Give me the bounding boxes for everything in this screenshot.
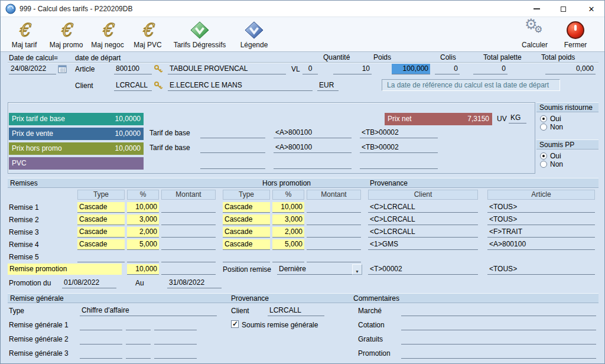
rg3-field[interactable]	[80, 348, 122, 359]
calendar-button[interactable]	[58, 64, 67, 76]
remise-article-field[interactable]: <TOUS>	[487, 202, 595, 213]
rg1-field[interactable]	[80, 320, 122, 330]
remise-hp-pct-field[interactable]: 2,000	[272, 227, 304, 238]
ristourne-non-radio[interactable]	[540, 124, 547, 131]
remise-type-field[interactable]	[77, 252, 125, 262]
remise-type-field[interactable]: Cascade	[77, 214, 125, 225]
client-code-field[interactable]: LCRCALL	[114, 80, 152, 91]
maj-pvc-button[interactable]: Maj PVC	[129, 18, 166, 51]
remise-montant-field[interactable]	[161, 202, 216, 213]
rg2-field[interactable]	[80, 334, 122, 344]
remise-hp-type-field[interactable]: Cascade	[223, 202, 270, 213]
remise-client-field[interactable]: <C>LCRCALL	[368, 227, 478, 238]
position-remise-combo[interactable]: Dernière	[277, 264, 362, 275]
remise-montant-field[interactable]	[161, 239, 216, 250]
article-name-field[interactable]: TABOULE PROVENCAL	[168, 64, 286, 74]
maximize-button[interactable]	[550, 1, 576, 17]
promotion-du-field[interactable]: 01/08/2022	[62, 278, 116, 288]
remise-montant-field[interactable]	[161, 214, 216, 225]
rg-promotion-field[interactable]	[401, 348, 596, 359]
remise-hp-pct-field[interactable]: 3,000	[272, 214, 304, 225]
rg2-field[interactable]	[154, 334, 197, 344]
remise-client-field[interactable]: <C>LCRCALL	[368, 202, 478, 213]
rg3-field[interactable]	[154, 348, 197, 359]
tarif-article-field[interactable]: <A>800100	[274, 142, 352, 153]
client-lookup-button[interactable]	[154, 81, 163, 93]
vl-field[interactable]: 0	[302, 64, 318, 74]
article-lookup-button[interactable]	[154, 64, 163, 76]
remise-client-field[interactable]: <1>GMS	[368, 239, 478, 250]
date-calcul-field[interactable]: 24/08/2022	[9, 64, 56, 74]
maj-negoc-button[interactable]: Maj negoc	[88, 18, 127, 51]
remise-hp-type-field[interactable]	[223, 252, 270, 262]
remise-hp-pct-field[interactable]: 5,000	[272, 239, 304, 250]
remise-article-field[interactable]: <A>800100	[487, 239, 595, 250]
remise-pct-field[interactable]	[127, 252, 159, 262]
rg-type-field[interactable]: Chiffre d'affaire	[80, 306, 217, 316]
tarif-tb-field[interactable]: <TB>00002	[360, 142, 438, 153]
legende-button[interactable]: Légende	[236, 18, 272, 51]
gratuits-field[interactable]	[401, 334, 596, 344]
remise-hp-pct-field[interactable]: 10,000	[272, 202, 304, 213]
remise-montant-field[interactable]	[161, 227, 216, 238]
maj-tarif-button[interactable]: Maj tarif	[5, 18, 43, 51]
rg1-field[interactable]	[126, 320, 151, 330]
colis-field[interactable]: 0	[435, 64, 460, 74]
maj-promo-button[interactable]: Maj promo	[47, 18, 86, 51]
total-palette-field[interactable]: 0	[473, 64, 508, 74]
pp-non-radio[interactable]	[540, 161, 547, 168]
tarif-article-field[interactable]	[274, 158, 352, 169]
remise-hp-pct-field[interactable]	[272, 252, 304, 262]
remise-article-field[interactable]: <TOUS>	[487, 214, 595, 225]
article-code-field[interactable]: 800100	[114, 64, 152, 74]
client-name-field[interactable]: E.LECLERC LE MANS	[168, 80, 313, 91]
tarif-base-field[interactable]	[200, 142, 265, 153]
combo-dropdown-arrow-icon[interactable]	[352, 264, 362, 275]
remise-hp-montant-field[interactable]	[307, 252, 361, 262]
remise-promotion-montant-field[interactable]	[161, 264, 216, 275]
remise-client-field[interactable]: <C>LCRCALL	[368, 214, 478, 225]
cotation-field[interactable]	[401, 320, 596, 330]
rg-client-field[interactable]: LCRCALL	[268, 306, 324, 316]
remise-pct-field[interactable]: 3,000	[127, 214, 159, 225]
remise-montant-field[interactable]	[161, 252, 216, 262]
tarif-base-field[interactable]	[200, 158, 265, 169]
remise-article-field[interactable]: <F>TRAIT	[487, 227, 595, 238]
remise-hp-montant-field[interactable]	[307, 239, 361, 250]
remise-hp-montant-field[interactable]	[307, 227, 361, 238]
total-poids-field[interactable]: 0,000	[545, 64, 596, 74]
remise-hp-type-field[interactable]: Cascade	[223, 227, 270, 238]
minimize-button[interactable]	[523, 1, 549, 17]
remise-hp-montant-field[interactable]	[307, 202, 361, 213]
soumis-remise-generale-checkbox[interactable]	[231, 320, 239, 328]
remise-hp-montant-field[interactable]	[307, 214, 361, 225]
rg1-field[interactable]	[154, 320, 197, 330]
tarif-tb-field[interactable]	[360, 158, 438, 169]
marche-field[interactable]	[401, 306, 596, 316]
tarif-tb-field[interactable]: <TB>00002	[360, 128, 438, 138]
promotion-au-field[interactable]: 31/08/2022	[167, 278, 222, 288]
quantite-field[interactable]: 10	[333, 64, 372, 74]
remise-type-field[interactable]: Cascade	[77, 227, 125, 238]
tarifs-degressifs-button[interactable]: Tarifs Dégressifs	[171, 18, 229, 51]
ristourne-oui-radio[interactable]	[540, 115, 547, 122]
promo-client-field[interactable]: <T>00002	[368, 264, 478, 275]
tarif-base-field[interactable]	[200, 128, 265, 138]
rg3-field[interactable]	[126, 348, 151, 359]
remise-type-field[interactable]: Cascade	[77, 202, 125, 213]
poids-field[interactable]: 100,000	[392, 64, 430, 74]
remise-pct-field[interactable]: 5,000	[127, 239, 159, 250]
promo-article-field[interactable]: <TOUS>	[487, 264, 595, 275]
fermer-button[interactable]: Fermer	[558, 18, 593, 51]
remise-hp-type-field[interactable]: Cascade	[223, 239, 270, 250]
remise-pct-field[interactable]: 10,000	[127, 202, 159, 213]
remise-pct-field[interactable]: 2,000	[127, 227, 159, 238]
tarif-article-field[interactable]: <A>800100	[274, 128, 352, 138]
pp-oui-radio[interactable]	[540, 152, 547, 160]
close-button[interactable]	[578, 1, 604, 17]
remise-hp-type-field[interactable]: Cascade	[223, 214, 270, 225]
remise-type-field[interactable]: Cascade	[77, 239, 125, 250]
calculer-button[interactable]: Calculer	[517, 18, 552, 51]
rg2-field[interactable]	[126, 334, 151, 344]
remise-promotion-pct-field[interactable]: 10,000	[127, 264, 159, 275]
